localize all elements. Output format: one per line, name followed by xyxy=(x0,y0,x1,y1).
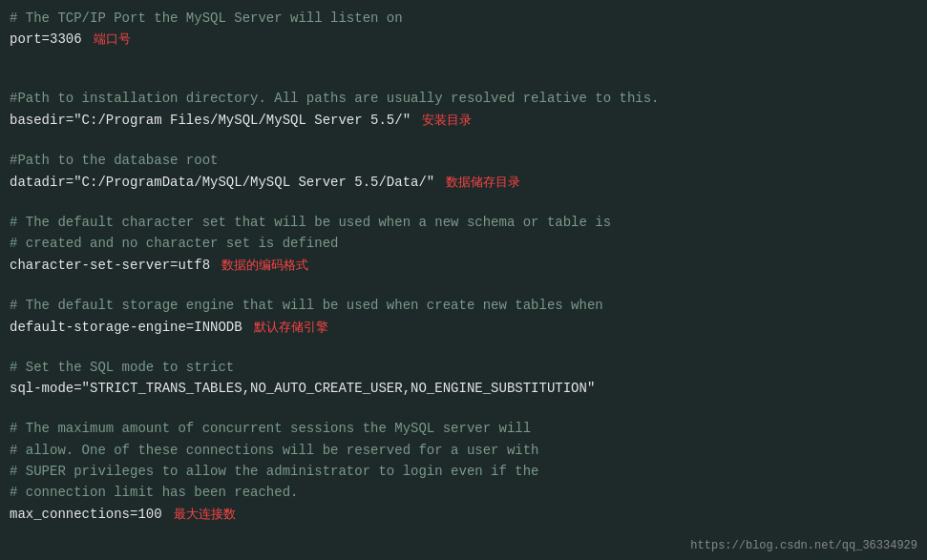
code-line: #Path to the database root xyxy=(10,150,917,171)
comment-text: # The default character set that will be… xyxy=(10,212,611,233)
comment-text: # The maximum amount of concurrent sessi… xyxy=(10,418,531,439)
annotation-text: 端口号 xyxy=(94,31,131,51)
code-line: basedir="C:/Program Files/MySQL/MySQL Se… xyxy=(10,110,917,132)
annotation-text: 默认存储引擎 xyxy=(254,319,328,339)
comment-text: # SUPER privileges to allow the administ… xyxy=(10,461,539,482)
key-value-text: port=3306 xyxy=(10,29,82,50)
comment-text: # The default storage engine that will b… xyxy=(10,295,603,316)
code-line: # The default character set that will be… xyxy=(10,212,917,233)
code-line: port=3306端口号 xyxy=(10,29,917,51)
comment-text: # created and no character set is define… xyxy=(10,233,338,254)
code-line: # The default storage engine that will b… xyxy=(10,295,917,316)
blank-line xyxy=(10,193,917,212)
blank-line xyxy=(10,70,917,89)
watermark: https://blog.csdn.net/qq_36334929 xyxy=(690,539,917,552)
key-value-text: datadir="C:/ProgramData/MySQL/MySQL Serv… xyxy=(10,172,434,193)
code-line: sql-mode="STRICT_TRANS_TABLES,NO_AUTO_CR… xyxy=(10,378,917,399)
key-value-text: sql-mode="STRICT_TRANS_TABLES,NO_AUTO_CR… xyxy=(10,378,595,399)
key-value-text: character-set-server=utf8 xyxy=(10,255,210,276)
code-block: # The TCP/IP Port the MySQL Server will … xyxy=(0,0,927,533)
code-line: # The TCP/IP Port the MySQL Server will … xyxy=(10,8,917,29)
annotation-text: 数据储存目录 xyxy=(446,174,520,194)
code-line: character-set-server=utf8数据的编码格式 xyxy=(10,255,917,277)
comment-text: # The TCP/IP Port the MySQL Server will … xyxy=(10,8,403,29)
comment-text: #Path to installation directory. All pat… xyxy=(10,88,660,109)
key-value-text: default-storage-engine=INNODB xyxy=(10,317,242,338)
code-line: max_connections=100最大连接数 xyxy=(10,504,917,526)
blank-line xyxy=(10,338,917,357)
code-line: # allow. One of these connections will b… xyxy=(10,440,917,461)
code-line: default-storage-engine=INNODB默认存储引擎 xyxy=(10,317,917,339)
comment-text: # allow. One of these connections will b… xyxy=(10,440,539,461)
code-line: # The maximum amount of concurrent sessi… xyxy=(10,418,917,439)
code-line: # connection limit has been reached. xyxy=(10,482,917,503)
key-value-text: basedir="C:/Program Files/MySQL/MySQL Se… xyxy=(10,110,411,131)
blank-line xyxy=(10,132,917,151)
code-line: datadir="C:/ProgramData/MySQL/MySQL Serv… xyxy=(10,172,917,194)
annotation-text: 安装目录 xyxy=(422,112,472,132)
code-line: # Set the SQL mode to strict xyxy=(10,357,917,378)
blank-line xyxy=(10,400,917,419)
comment-text: # Set the SQL mode to strict xyxy=(10,357,234,378)
comment-text: # connection limit has been reached. xyxy=(10,482,298,503)
key-value-text: max_connections=100 xyxy=(10,504,162,525)
blank-line xyxy=(10,277,917,296)
annotation-text: 最大连接数 xyxy=(174,506,236,526)
blank-line xyxy=(10,51,917,70)
annotation-text: 数据的编码格式 xyxy=(221,257,308,277)
comment-text: #Path to the database root xyxy=(10,150,218,171)
code-line: # created and no character set is define… xyxy=(10,233,917,254)
code-line: # SUPER privileges to allow the administ… xyxy=(10,461,917,482)
code-line: #Path to installation directory. All pat… xyxy=(10,88,917,109)
